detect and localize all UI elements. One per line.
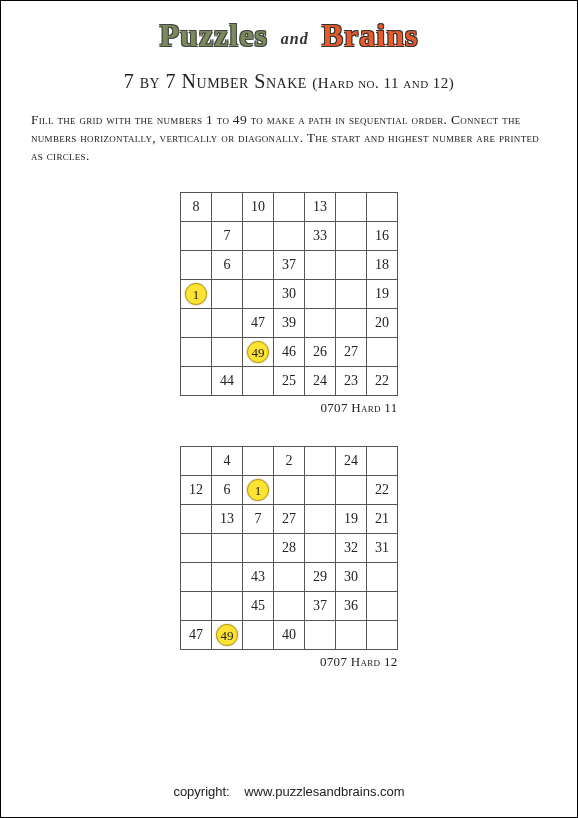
grid-cell[interactable] [305, 308, 336, 337]
grid-cell[interactable] [367, 620, 398, 649]
grid-cell[interactable]: 30 [336, 562, 367, 591]
grid-cell[interactable]: 27 [274, 504, 305, 533]
grid-cell[interactable] [181, 366, 212, 395]
grid-cell[interactable] [305, 250, 336, 279]
grid-cell[interactable] [336, 620, 367, 649]
grid-cell[interactable] [367, 192, 398, 221]
grid-cell[interactable] [181, 504, 212, 533]
grid-cell[interactable]: 49 [243, 337, 274, 366]
grid-cell[interactable]: 16 [367, 221, 398, 250]
grid-cell[interactable]: 10 [243, 192, 274, 221]
grid-cell[interactable]: 30 [274, 279, 305, 308]
grid-cell[interactable]: 37 [274, 250, 305, 279]
grid-cell[interactable]: 6 [212, 475, 243, 504]
grid-cell[interactable] [243, 221, 274, 250]
grid-cell[interactable]: 37 [305, 591, 336, 620]
grid-cell[interactable]: 18 [367, 250, 398, 279]
grid-cell[interactable]: 24 [336, 446, 367, 475]
grid-cell[interactable] [274, 591, 305, 620]
grid-cell[interactable] [212, 192, 243, 221]
logo-word2: Brains [322, 17, 419, 53]
grid-cell[interactable]: 27 [336, 337, 367, 366]
grid-cell[interactable] [367, 337, 398, 366]
grid-cell[interactable] [181, 591, 212, 620]
grid-cell[interactable]: 47 [181, 620, 212, 649]
grid-cell[interactable]: 33 [305, 221, 336, 250]
grid-cell[interactable] [336, 221, 367, 250]
grid-cell[interactable] [274, 562, 305, 591]
grid-cell[interactable]: 25 [274, 366, 305, 395]
grid-cell[interactable]: 40 [274, 620, 305, 649]
grid-cell[interactable] [181, 446, 212, 475]
circled-number: 49 [247, 341, 269, 363]
grid-cell[interactable] [212, 591, 243, 620]
grid-cell[interactable] [212, 562, 243, 591]
grid-cell[interactable] [243, 366, 274, 395]
grid-cell[interactable]: 21 [367, 504, 398, 533]
grid-cell[interactable] [336, 279, 367, 308]
grid-cell[interactable]: 6 [212, 250, 243, 279]
grid-cell[interactable]: 13 [305, 192, 336, 221]
grid-cell[interactable]: 13 [212, 504, 243, 533]
grid-cell[interactable] [305, 279, 336, 308]
grid-cell[interactable]: 39 [274, 308, 305, 337]
grid-cell[interactable]: 44 [212, 366, 243, 395]
grid-cell[interactable]: 7 [243, 504, 274, 533]
grid-cell[interactable]: 43 [243, 562, 274, 591]
grid-cell[interactable] [305, 446, 336, 475]
grid-cell[interactable]: 4 [212, 446, 243, 475]
grid-cell[interactable]: 36 [336, 591, 367, 620]
grid-cell[interactable] [305, 475, 336, 504]
grid-cell[interactable] [243, 533, 274, 562]
grid-cell[interactable] [181, 308, 212, 337]
grid-cell[interactable] [212, 533, 243, 562]
grid-cell[interactable]: 12 [181, 475, 212, 504]
grid-cell[interactable]: 22 [367, 366, 398, 395]
grid-cell[interactable] [336, 308, 367, 337]
grid-cell[interactable] [305, 533, 336, 562]
grid-cell[interactable]: 28 [274, 533, 305, 562]
grid-cell[interactable] [305, 504, 336, 533]
grid-cell[interactable] [274, 192, 305, 221]
grid-cell[interactable] [243, 620, 274, 649]
grid-cell[interactable] [181, 337, 212, 366]
grid-cell[interactable]: 46 [274, 337, 305, 366]
grid-cell[interactable] [367, 562, 398, 591]
grid-cell[interactable]: 8 [181, 192, 212, 221]
grid-cell[interactable]: 47 [243, 308, 274, 337]
grid-cell[interactable]: 31 [367, 533, 398, 562]
grid-cell[interactable]: 19 [367, 279, 398, 308]
grid-cell[interactable]: 49 [212, 620, 243, 649]
grid-cell[interactable] [181, 221, 212, 250]
grid-cell[interactable]: 29 [305, 562, 336, 591]
grid-cell[interactable] [212, 279, 243, 308]
grid-cell[interactable] [181, 250, 212, 279]
grid-cell[interactable]: 22 [367, 475, 398, 504]
grid-cell[interactable]: 1 [243, 475, 274, 504]
grid-cell[interactable]: 32 [336, 533, 367, 562]
grid-cell[interactable] [181, 533, 212, 562]
grid-cell[interactable]: 7 [212, 221, 243, 250]
grid-cell[interactable] [243, 250, 274, 279]
grid-cell[interactable] [336, 475, 367, 504]
grid-cell[interactable] [305, 620, 336, 649]
grid-cell[interactable] [243, 279, 274, 308]
grid-cell[interactable] [243, 446, 274, 475]
grid-cell[interactable] [274, 221, 305, 250]
grid-cell[interactable]: 24 [305, 366, 336, 395]
grid-cell[interactable]: 20 [367, 308, 398, 337]
grid-cell[interactable] [336, 192, 367, 221]
grid-cell[interactable] [274, 475, 305, 504]
grid-cell[interactable] [367, 591, 398, 620]
grid-cell[interactable] [336, 250, 367, 279]
grid-cell[interactable]: 23 [336, 366, 367, 395]
grid-cell[interactable] [212, 337, 243, 366]
grid-cell[interactable]: 1 [181, 279, 212, 308]
grid-cell[interactable]: 19 [336, 504, 367, 533]
grid-cell[interactable] [367, 446, 398, 475]
grid-cell[interactable] [181, 562, 212, 591]
grid-cell[interactable] [212, 308, 243, 337]
grid-cell[interactable]: 26 [305, 337, 336, 366]
grid-cell[interactable]: 45 [243, 591, 274, 620]
grid-cell[interactable]: 2 [274, 446, 305, 475]
